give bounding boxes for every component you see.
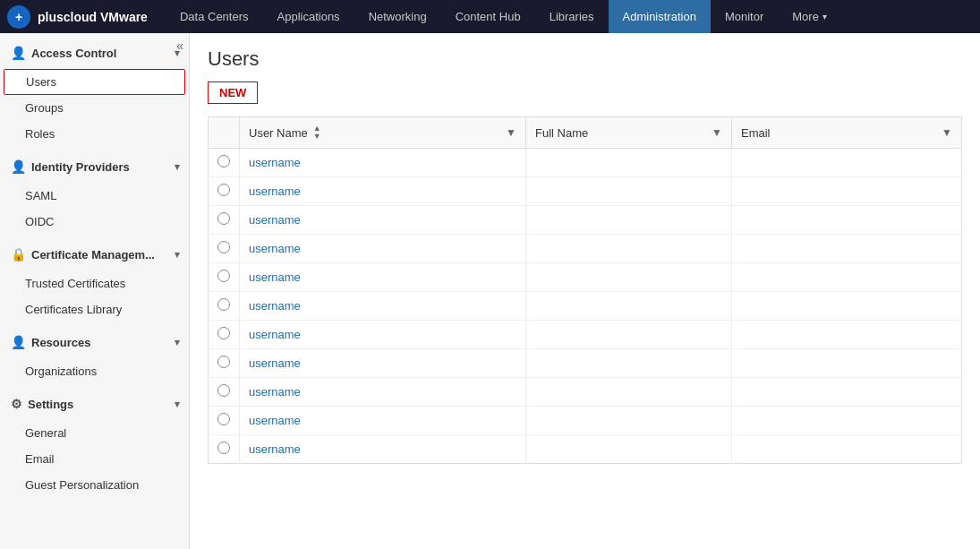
cell-email — [732, 407, 962, 435]
sidebar-section-resources[interactable]: 👤 Resources ▾ — [0, 326, 189, 358]
username-link[interactable]: username — [249, 414, 301, 427]
table-row[interactable]: username — [209, 435, 962, 464]
radio-button[interactable] — [217, 241, 230, 253]
username-link[interactable]: username — [249, 442, 301, 456]
row-select-cell[interactable] — [209, 206, 240, 235]
cell-username: username — [240, 435, 526, 464]
username-link[interactable]: username — [249, 156, 301, 169]
cell-fullname — [526, 206, 732, 235]
filter-icon[interactable]: ▼ — [712, 126, 722, 139]
sidebar-section-access-control[interactable]: 👤 Access Control ▾ — [0, 37, 189, 69]
sidebar-item-saml[interactable]: SAML — [0, 183, 189, 209]
nav-item-libraries[interactable]: Libraries — [535, 0, 609, 33]
radio-button[interactable] — [217, 384, 230, 397]
sidebar-item-oidc[interactable]: OIDC — [0, 209, 189, 235]
cell-fullname — [526, 435, 732, 464]
table-row[interactable]: username — [209, 378, 962, 407]
cell-email — [732, 235, 962, 263]
radio-button[interactable] — [217, 413, 230, 425]
filter-icon[interactable]: ▼ — [506, 126, 516, 139]
sidebar-item-organizations[interactable]: Organizations — [0, 358, 189, 384]
nav-item-networking[interactable]: Networking — [354, 0, 441, 33]
table-row[interactable]: username — [209, 263, 962, 292]
col-header-fullname: Full Name ▼ — [526, 117, 732, 149]
sidebar-item-certificates-library[interactable]: Certificates Library — [0, 296, 189, 322]
new-button[interactable]: NEW — [208, 81, 258, 104]
table-row[interactable]: username — [209, 292, 962, 321]
cell-fullname — [526, 177, 732, 206]
app-logo[interactable]: + pluscloud VMware — [7, 5, 148, 29]
sidebar-item-groups[interactable]: Groups — [0, 95, 189, 121]
cell-fullname — [526, 349, 732, 378]
radio-button[interactable] — [217, 356, 230, 368]
cell-email — [732, 263, 962, 292]
row-select-cell[interactable] — [209, 321, 240, 349]
table-row[interactable]: username — [209, 235, 962, 263]
sidebar-section-identity-providers[interactable]: 👤 Identity Providers ▾ — [0, 150, 189, 183]
radio-button[interactable] — [217, 155, 230, 167]
page-layout: « 👤 Access Control ▾ Users Groups Roles … — [0, 33, 980, 549]
username-link[interactable]: username — [249, 356, 301, 370]
radio-button[interactable] — [217, 327, 230, 339]
chevron-down-icon: ▾ — [822, 12, 827, 21]
logo-icon: + — [7, 5, 30, 29]
radio-button[interactable] — [217, 270, 230, 282]
row-select-cell[interactable] — [209, 235, 240, 263]
username-link[interactable]: username — [249, 385, 301, 399]
row-select-cell[interactable] — [209, 435, 240, 464]
resources-icon: 👤 — [11, 335, 26, 349]
sidebar-collapse-button[interactable]: « — [176, 39, 183, 53]
sidebar-item-roles[interactable]: Roles — [0, 121, 189, 147]
table-row[interactable]: username — [209, 177, 962, 206]
row-select-cell[interactable] — [209, 177, 240, 206]
username-link[interactable]: username — [249, 213, 301, 227]
radio-button[interactable] — [217, 298, 230, 311]
table-row[interactable]: username — [209, 206, 962, 235]
cell-username: username — [240, 206, 526, 235]
nav-item-monitor[interactable]: Monitor — [711, 0, 778, 33]
table-header-row: User Name ▲▼ ▼ Full Name ▼ Email — [209, 117, 962, 149]
username-link[interactable]: username — [249, 184, 301, 198]
username-link[interactable]: username — [249, 242, 301, 255]
cell-fullname — [526, 235, 732, 263]
username-link[interactable]: username — [249, 328, 301, 341]
settings-icon: ⚙ — [11, 397, 22, 411]
sidebar-item-trusted-certificates[interactable]: Trusted Certificates — [0, 270, 189, 296]
cell-username: username — [240, 292, 526, 321]
row-select-cell[interactable] — [209, 292, 240, 321]
sidebar-item-users[interactable]: Users — [4, 69, 185, 95]
table-row[interactable]: username — [209, 349, 962, 378]
row-select-cell[interactable] — [209, 378, 240, 407]
row-select-cell[interactable] — [209, 349, 240, 378]
sort-icons[interactable]: ▲▼ — [313, 124, 321, 141]
sidebar-section-certificate-management[interactable]: 🔒 Certificate Managem... ▾ — [0, 238, 189, 270]
nav-item-more[interactable]: More▾ — [778, 0, 841, 33]
sidebar-item-email[interactable]: Email — [0, 446, 189, 472]
app-name: pluscloud VMware — [38, 10, 148, 24]
sidebar-item-general[interactable]: General — [0, 420, 189, 446]
username-link[interactable]: username — [249, 270, 301, 284]
nav-item-administration[interactable]: Administration — [609, 0, 711, 33]
sidebar-item-guest-personalization[interactable]: Guest Personalization — [0, 472, 189, 498]
username-link[interactable]: username — [249, 299, 301, 313]
nav-item-applications[interactable]: Applications — [263, 0, 354, 33]
table-body: username username username username — [209, 149, 962, 464]
radio-button[interactable] — [217, 184, 230, 196]
chevron-icon: ▾ — [175, 249, 180, 261]
table-row[interactable]: username — [209, 149, 962, 177]
nav-item-contenthub[interactable]: Content Hub — [441, 0, 535, 33]
row-select-cell[interactable] — [209, 407, 240, 435]
table-row[interactable]: username — [209, 321, 962, 349]
radio-button[interactable] — [217, 212, 230, 225]
row-select-cell[interactable] — [209, 149, 240, 177]
radio-button[interactable] — [217, 442, 230, 454]
filter-icon[interactable]: ▼ — [942, 126, 952, 139]
cell-email — [732, 321, 962, 349]
cell-email — [732, 149, 962, 177]
nav-item-datacenters[interactable]: Data Centers — [166, 0, 263, 33]
row-select-cell[interactable] — [209, 263, 240, 292]
sidebar-section-settings[interactable]: ⚙ Settings ▾ — [0, 388, 189, 420]
cell-fullname — [526, 149, 732, 177]
users-table: User Name ▲▼ ▼ Full Name ▼ Email — [208, 116, 962, 464]
table-row[interactable]: username — [209, 407, 962, 435]
